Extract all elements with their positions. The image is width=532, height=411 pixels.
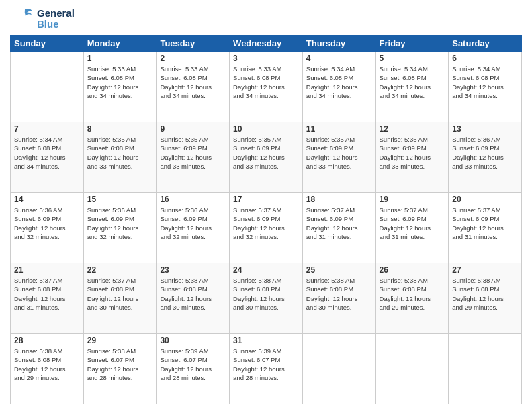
day-cell: 20Sunrise: 5:37 AM Sunset: 6:09 PM Dayli… <box>449 193 522 263</box>
day-info: Sunrise: 5:38 AM Sunset: 6:08 PM Dayligh… <box>160 276 226 312</box>
logo: General Blue <box>10 7 75 31</box>
day-info: Sunrise: 5:34 AM Sunset: 6:08 PM Dayligh… <box>452 64 518 100</box>
day-info: Sunrise: 5:37 AM Sunset: 6:09 PM Dayligh… <box>452 205 518 241</box>
day-cell: 2Sunrise: 5:33 AM Sunset: 6:08 PM Daylig… <box>157 52 230 122</box>
day-info: Sunrise: 5:37 AM Sunset: 6:09 PM Dayligh… <box>306 205 372 241</box>
day-cell: 23Sunrise: 5:38 AM Sunset: 6:08 PM Dayli… <box>157 263 230 334</box>
col-wednesday: Wednesday <box>230 36 303 52</box>
day-cell: 7Sunrise: 5:34 AM Sunset: 6:08 PM Daylig… <box>11 122 84 193</box>
day-info: Sunrise: 5:38 AM Sunset: 6:08 PM Dayligh… <box>14 347 80 382</box>
day-info: Sunrise: 5:38 AM Sunset: 6:08 PM Dayligh… <box>380 276 445 312</box>
week-row-3: 21Sunrise: 5:37 AM Sunset: 6:08 PM Dayli… <box>11 263 522 334</box>
day-cell: 9Sunrise: 5:35 AM Sunset: 6:09 PM Daylig… <box>157 122 230 193</box>
day-number: 5 <box>380 54 445 63</box>
day-info: Sunrise: 5:37 AM Sunset: 6:08 PM Dayligh… <box>14 276 80 312</box>
day-cell <box>302 334 375 404</box>
day-cell: 30Sunrise: 5:39 AM Sunset: 6:07 PM Dayli… <box>157 334 230 404</box>
week-row-0: 1Sunrise: 5:33 AM Sunset: 6:08 PM Daylig… <box>11 52 522 122</box>
week-row-4: 28Sunrise: 5:38 AM Sunset: 6:08 PM Dayli… <box>11 334 522 404</box>
day-info: Sunrise: 5:36 AM Sunset: 6:09 PM Dayligh… <box>87 205 153 241</box>
day-number: 18 <box>306 195 372 204</box>
day-info: Sunrise: 5:35 AM Sunset: 6:09 PM Dayligh… <box>380 135 445 171</box>
day-cell <box>11 52 84 122</box>
day-number: 20 <box>452 195 518 204</box>
day-cell: 4Sunrise: 5:34 AM Sunset: 6:08 PM Daylig… <box>302 52 375 122</box>
day-number: 6 <box>452 54 518 63</box>
day-cell: 5Sunrise: 5:34 AM Sunset: 6:08 PM Daylig… <box>375 52 449 122</box>
day-number: 31 <box>233 336 299 345</box>
day-cell: 12Sunrise: 5:35 AM Sunset: 6:09 PM Dayli… <box>375 122 449 193</box>
day-number: 13 <box>452 124 518 134</box>
day-number: 22 <box>87 265 153 275</box>
day-info: Sunrise: 5:37 AM Sunset: 6:08 PM Dayligh… <box>87 276 153 312</box>
day-cell: 3Sunrise: 5:33 AM Sunset: 6:08 PM Daylig… <box>230 52 303 122</box>
day-cell: 25Sunrise: 5:38 AM Sunset: 6:08 PM Dayli… <box>302 263 375 334</box>
day-info: Sunrise: 5:33 AM Sunset: 6:08 PM Dayligh… <box>233 64 299 100</box>
day-cell: 31Sunrise: 5:39 AM Sunset: 6:07 PM Dayli… <box>230 334 303 404</box>
day-cell: 10Sunrise: 5:35 AM Sunset: 6:09 PM Dayli… <box>230 122 303 193</box>
col-tuesday: Tuesday <box>157 36 230 52</box>
day-info: Sunrise: 5:36 AM Sunset: 6:09 PM Dayligh… <box>14 205 80 241</box>
day-info: Sunrise: 5:38 AM Sunset: 6:08 PM Dayligh… <box>306 276 372 312</box>
day-cell: 17Sunrise: 5:37 AM Sunset: 6:09 PM Dayli… <box>230 193 303 263</box>
day-cell: 21Sunrise: 5:37 AM Sunset: 6:08 PM Dayli… <box>11 263 84 334</box>
logo-svg <box>10 7 34 31</box>
day-number: 9 <box>160 124 226 134</box>
day-cell: 24Sunrise: 5:38 AM Sunset: 6:08 PM Dayli… <box>230 263 303 334</box>
day-cell <box>375 334 449 404</box>
day-info: Sunrise: 5:39 AM Sunset: 6:07 PM Dayligh… <box>233 347 299 382</box>
day-cell: 18Sunrise: 5:37 AM Sunset: 6:09 PM Dayli… <box>302 193 375 263</box>
day-number: 1 <box>87 54 153 63</box>
day-number: 14 <box>14 195 80 204</box>
day-info: Sunrise: 5:38 AM Sunset: 6:08 PM Dayligh… <box>233 276 299 312</box>
week-row-1: 7Sunrise: 5:34 AM Sunset: 6:08 PM Daylig… <box>11 122 522 193</box>
day-number: 27 <box>452 265 518 275</box>
day-info: Sunrise: 5:35 AM Sunset: 6:08 PM Dayligh… <box>87 135 153 171</box>
day-cell: 11Sunrise: 5:35 AM Sunset: 6:09 PM Dayli… <box>302 122 375 193</box>
logo-general: General <box>37 8 75 19</box>
calendar-header-row: Sunday Monday Tuesday Wednesday Thursday… <box>11 36 522 52</box>
day-info: Sunrise: 5:33 AM Sunset: 6:08 PM Dayligh… <box>87 64 153 100</box>
col-friday: Friday <box>375 36 449 52</box>
day-cell: 29Sunrise: 5:38 AM Sunset: 6:07 PM Dayli… <box>83 334 157 404</box>
day-cell: 1Sunrise: 5:33 AM Sunset: 6:08 PM Daylig… <box>83 52 157 122</box>
day-number: 10 <box>233 124 299 134</box>
day-cell: 19Sunrise: 5:37 AM Sunset: 6:09 PM Dayli… <box>375 193 449 263</box>
day-number: 16 <box>160 195 226 204</box>
day-cell: 16Sunrise: 5:36 AM Sunset: 6:09 PM Dayli… <box>157 193 230 263</box>
col-monday: Monday <box>83 36 157 52</box>
day-number: 30 <box>160 336 226 345</box>
day-cell: 13Sunrise: 5:36 AM Sunset: 6:09 PM Dayli… <box>449 122 522 193</box>
day-number: 3 <box>233 54 299 63</box>
day-info: Sunrise: 5:34 AM Sunset: 6:08 PM Dayligh… <box>306 64 372 100</box>
day-info: Sunrise: 5:34 AM Sunset: 6:08 PM Dayligh… <box>14 135 80 171</box>
logo-blue: Blue <box>37 19 75 30</box>
day-info: Sunrise: 5:38 AM Sunset: 6:07 PM Dayligh… <box>87 347 153 382</box>
day-cell: 8Sunrise: 5:35 AM Sunset: 6:08 PM Daylig… <box>83 122 157 193</box>
day-info: Sunrise: 5:37 AM Sunset: 6:09 PM Dayligh… <box>233 205 299 241</box>
day-number: 24 <box>233 265 299 275</box>
day-cell <box>449 334 522 404</box>
day-number: 8 <box>87 124 153 134</box>
day-number: 29 <box>87 336 153 345</box>
day-cell: 6Sunrise: 5:34 AM Sunset: 6:08 PM Daylig… <box>449 52 522 122</box>
day-number: 2 <box>160 54 226 63</box>
header: General Blue <box>10 7 522 31</box>
day-info: Sunrise: 5:37 AM Sunset: 6:09 PM Dayligh… <box>380 205 445 241</box>
day-number: 12 <box>380 124 445 134</box>
week-row-2: 14Sunrise: 5:36 AM Sunset: 6:09 PM Dayli… <box>11 193 522 263</box>
day-number: 25 <box>306 265 372 275</box>
day-cell: 26Sunrise: 5:38 AM Sunset: 6:08 PM Dayli… <box>375 263 449 334</box>
day-number: 15 <box>87 195 153 204</box>
day-number: 11 <box>306 124 372 134</box>
day-number: 17 <box>233 195 299 204</box>
day-info: Sunrise: 5:39 AM Sunset: 6:07 PM Dayligh… <box>160 347 226 382</box>
day-cell: 14Sunrise: 5:36 AM Sunset: 6:09 PM Dayli… <box>11 193 84 263</box>
day-number: 28 <box>14 336 80 345</box>
day-number: 19 <box>380 195 445 204</box>
calendar-table: Sunday Monday Tuesday Wednesday Thursday… <box>10 35 522 404</box>
day-info: Sunrise: 5:35 AM Sunset: 6:09 PM Dayligh… <box>160 135 226 171</box>
col-saturday: Saturday <box>449 36 522 52</box>
col-sunday: Sunday <box>11 36 84 52</box>
day-number: 4 <box>306 54 372 63</box>
